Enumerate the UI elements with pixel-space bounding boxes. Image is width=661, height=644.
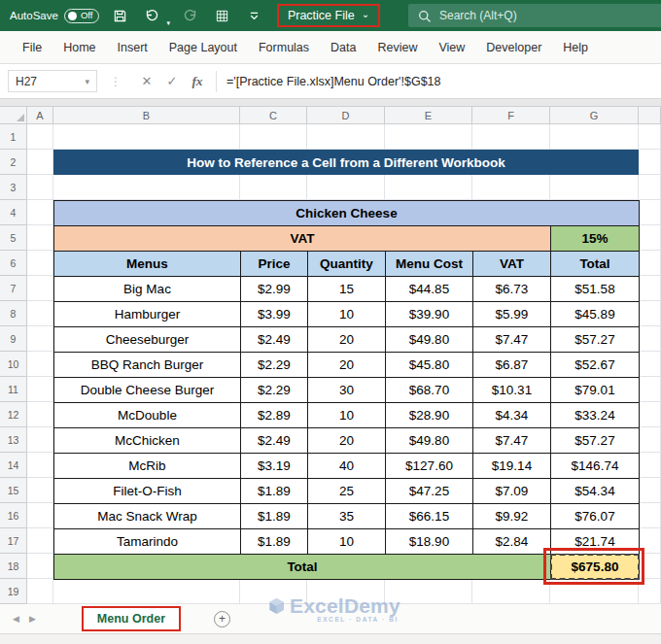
row-header-16[interactable]: 16 xyxy=(0,503,27,528)
sheet-nav-right-icon[interactable]: ▶ xyxy=(24,614,41,624)
grid-cell[interactable] xyxy=(639,301,661,326)
cell-menus[interactable]: Filet-O-Fish xyxy=(54,479,241,504)
menu-tab-home[interactable]: Home xyxy=(52,33,106,62)
row-header-9[interactable]: 9 xyxy=(0,326,27,352)
grid-cell[interactable] xyxy=(27,276,53,301)
row-header-17[interactable]: 17 xyxy=(0,528,27,554)
row-header-7[interactable]: 7 xyxy=(0,276,27,301)
cell-menus[interactable]: Mac Snack Wrap xyxy=(54,504,241,529)
select-all-corner[interactable] xyxy=(0,107,27,124)
cell-vat[interactable]: $4.34 xyxy=(473,403,551,428)
cell-menu-cost[interactable]: $127.60 xyxy=(386,454,473,479)
cancel-icon[interactable]: ✕ xyxy=(134,74,159,88)
cell-price[interactable]: $1.89 xyxy=(241,529,308,555)
menu-tab-formulas[interactable]: Formulas xyxy=(248,33,320,62)
cell-quantity[interactable]: 25 xyxy=(308,479,386,504)
cell-menu-cost[interactable]: $39.90 xyxy=(386,302,473,327)
save-button[interactable] xyxy=(108,4,131,27)
cell-menus[interactable]: McDouble xyxy=(54,403,241,428)
grid-cell[interactable] xyxy=(240,175,307,200)
cell-vat[interactable]: $7.09 xyxy=(473,479,551,504)
cell-quantity[interactable]: 20 xyxy=(308,327,386,353)
cell-total[interactable]: $76.07 xyxy=(551,504,640,529)
grid-cell[interactable] xyxy=(639,124,661,150)
cell-menu-cost[interactable]: $49.80 xyxy=(386,327,473,353)
menu-tab-page-layout[interactable]: Page Layout xyxy=(158,33,248,62)
undo-dropdown-icon[interactable]: ▾ xyxy=(166,19,170,31)
cell-vat[interactable]: $6.87 xyxy=(473,353,551,378)
cell-vat[interactable]: $7.47 xyxy=(473,327,551,353)
grid-cell[interactable] xyxy=(639,326,661,352)
title-banner-cell[interactable]: How to Reference a Cell from a Different… xyxy=(53,150,639,175)
grid-cell[interactable] xyxy=(27,427,53,453)
cell-price[interactable]: $1.89 xyxy=(241,504,308,529)
grid-cell[interactable] xyxy=(472,175,550,200)
grid-cell[interactable] xyxy=(639,225,661,251)
cell-menus[interactable]: Double Cheese Burger xyxy=(54,378,241,403)
grid-cell[interactable] xyxy=(53,124,240,150)
cell-quantity[interactable]: 20 xyxy=(308,353,386,378)
cell-vat[interactable]: $2.84 xyxy=(473,529,551,555)
grid-cell[interactable] xyxy=(53,175,240,200)
cell-menus[interactable]: Big Mac xyxy=(54,277,241,302)
grid-cell[interactable] xyxy=(385,175,472,200)
grid-cell[interactable] xyxy=(472,124,550,150)
column-header-g[interactable]: G xyxy=(550,107,639,124)
cell-quantity[interactable]: 40 xyxy=(308,454,386,479)
grid-cell[interactable] xyxy=(307,175,385,200)
grid-cell[interactable] xyxy=(550,579,639,604)
row-header-14[interactable]: 14 xyxy=(0,453,27,478)
customize-quick-access-button[interactable] xyxy=(243,4,266,27)
borders-grid-button[interactable] xyxy=(211,4,234,27)
cell-vat[interactable]: $7.47 xyxy=(473,428,551,454)
cell-menu-cost[interactable]: $18.90 xyxy=(386,529,473,555)
cell-total[interactable]: $33.24 xyxy=(551,403,640,428)
grid-cell[interactable] xyxy=(639,478,661,503)
vat-rate-cell[interactable]: 15% xyxy=(551,226,640,252)
column-header-d[interactable]: D xyxy=(307,107,385,124)
cell-menus[interactable]: BBQ Ranch Burger xyxy=(54,353,241,378)
row-header-6[interactable]: 6 xyxy=(0,251,27,276)
grid-cell[interactable] xyxy=(27,251,53,276)
total-label-cell[interactable]: Total xyxy=(54,555,551,580)
column-header-f[interactable]: F xyxy=(472,107,550,124)
menu-tab-help[interactable]: Help xyxy=(552,33,599,62)
cell-quantity[interactable]: 20 xyxy=(308,428,386,454)
grid-cell[interactable] xyxy=(53,579,240,604)
cell-menu-cost[interactable]: $44.85 xyxy=(386,277,473,302)
menu-tab-developer[interactable]: Developer xyxy=(475,33,552,62)
row-header-19[interactable]: 19 xyxy=(0,579,27,604)
sheet-tab-menu-order[interactable]: Menu Order xyxy=(82,606,181,631)
row-header-3[interactable]: 3 xyxy=(0,175,27,200)
cell-total[interactable]: $51.58 xyxy=(551,277,640,302)
grid-cell[interactable] xyxy=(27,554,53,579)
grid-cell[interactable] xyxy=(472,579,550,604)
grid-cell[interactable] xyxy=(639,175,661,200)
grid-cell[interactable] xyxy=(639,352,661,377)
grid-cell[interactable] xyxy=(27,326,53,352)
grid-cell[interactable] xyxy=(639,427,661,453)
grid-cell[interactable] xyxy=(307,124,385,150)
search-box[interactable]: Search (Alt+Q) xyxy=(408,4,661,27)
cell-vat[interactable]: $9.92 xyxy=(473,504,551,529)
cell-price[interactable]: $2.89 xyxy=(241,403,308,428)
cell-total[interactable]: $45.89 xyxy=(551,302,640,327)
grid-cell[interactable] xyxy=(639,150,661,175)
column-header-b[interactable]: B xyxy=(53,107,240,124)
grid-cell[interactable] xyxy=(639,276,661,301)
grid-cell[interactable] xyxy=(639,503,661,528)
cell-quantity[interactable]: 10 xyxy=(308,403,386,428)
grid-cell[interactable] xyxy=(307,579,385,604)
table-header-total[interactable]: Total xyxy=(551,252,640,277)
cell-quantity[interactable]: 30 xyxy=(308,378,386,403)
grid-cell[interactable] xyxy=(639,554,661,579)
enter-icon[interactable]: ✓ xyxy=(159,74,185,88)
cell-total[interactable]: $57.27 xyxy=(551,327,640,353)
row-header-1[interactable]: 1 xyxy=(0,124,27,150)
grid-cell[interactable] xyxy=(27,301,53,326)
cell-total[interactable]: $54.34 xyxy=(551,479,640,504)
row-header-12[interactable]: 12 xyxy=(0,402,27,427)
grid-cell[interactable] xyxy=(27,453,53,478)
cell-price[interactable]: $3.99 xyxy=(241,302,308,327)
name-box[interactable]: H27 ▾ xyxy=(8,70,97,92)
